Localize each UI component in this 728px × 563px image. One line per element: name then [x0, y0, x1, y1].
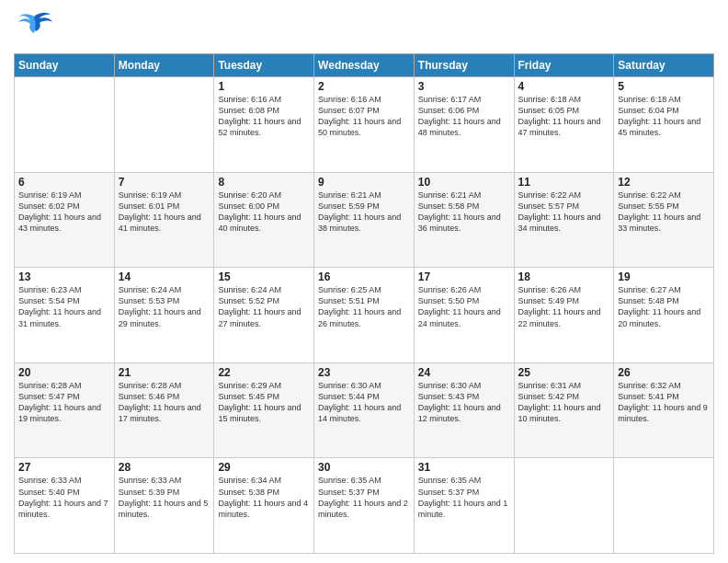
day-info: Sunrise: 6:25 AMSunset: 5:51 PMDaylight:… [318, 284, 410, 329]
day-cell-4-1: 28Sunrise: 6:33 AMSunset: 5:39 PMDayligh… [114, 458, 214, 554]
week-row-3: 13Sunrise: 6:23 AMSunset: 5:54 PMDayligh… [15, 268, 714, 363]
th-wednesday: Wednesday [314, 54, 415, 77]
th-saturday: Saturday [614, 54, 714, 77]
day-number: 1 [218, 80, 310, 93]
day-number: 8 [218, 176, 310, 189]
day-cell-3-6: 26Sunrise: 6:32 AMSunset: 5:41 PMDayligh… [614, 362, 714, 458]
day-number: 17 [418, 270, 510, 283]
day-number: 6 [18, 176, 110, 189]
day-number: 2 [318, 80, 410, 93]
day-info: Sunrise: 6:16 AMSunset: 6:07 PMDaylight:… [318, 94, 410, 139]
day-number: 3 [418, 80, 510, 93]
day-cell-3-3: 23Sunrise: 6:30 AMSunset: 5:44 PMDayligh… [314, 362, 415, 458]
day-cell-0-3: 2Sunrise: 6:16 AMSunset: 6:07 PMDaylight… [314, 77, 415, 173]
week-row-1: 1Sunrise: 6:16 AMSunset: 6:08 PMDaylight… [15, 77, 714, 173]
day-cell-3-2: 22Sunrise: 6:29 AMSunset: 5:45 PMDayligh… [214, 362, 314, 458]
day-number: 22 [218, 366, 310, 379]
day-cell-4-2: 29Sunrise: 6:34 AMSunset: 5:38 PMDayligh… [214, 458, 314, 554]
header [14, 9, 714, 46]
day-cell-1-6: 12Sunrise: 6:22 AMSunset: 5:55 PMDayligh… [614, 172, 714, 268]
day-number: 12 [618, 176, 710, 189]
day-cell-0-0 [15, 77, 115, 173]
day-number: 9 [318, 176, 410, 189]
day-number: 27 [18, 461, 110, 474]
day-number: 25 [518, 366, 610, 379]
logo [14, 9, 58, 46]
day-cell-1-5: 11Sunrise: 6:22 AMSunset: 5:57 PMDayligh… [514, 172, 614, 268]
day-number: 14 [119, 270, 210, 283]
week-row-5: 27Sunrise: 6:33 AMSunset: 5:40 PMDayligh… [15, 458, 714, 554]
th-friday: Friday [514, 54, 614, 77]
day-info: Sunrise: 6:23 AMSunset: 5:54 PMDaylight:… [18, 284, 110, 329]
general-blue-logo-icon [14, 9, 54, 46]
day-info: Sunrise: 6:18 AMSunset: 6:05 PMDaylight:… [518, 94, 610, 139]
day-info: Sunrise: 6:16 AMSunset: 6:08 PMDaylight:… [218, 94, 310, 139]
day-cell-4-6 [614, 458, 714, 554]
day-info: Sunrise: 6:26 AMSunset: 5:50 PMDaylight:… [418, 284, 510, 329]
day-number: 20 [18, 366, 110, 379]
day-cell-1-1: 7Sunrise: 6:19 AMSunset: 6:01 PMDaylight… [114, 172, 214, 268]
day-info: Sunrise: 6:30 AMSunset: 5:44 PMDaylight:… [318, 380, 410, 425]
week-row-4: 20Sunrise: 6:28 AMSunset: 5:47 PMDayligh… [15, 362, 714, 458]
day-cell-4-4: 31Sunrise: 6:35 AMSunset: 5:37 PMDayligh… [414, 458, 514, 554]
day-cell-0-1 [114, 77, 214, 173]
day-number: 18 [518, 270, 610, 283]
day-info: Sunrise: 6:27 AMSunset: 5:48 PMDaylight:… [618, 284, 710, 329]
day-info: Sunrise: 6:35 AMSunset: 5:37 PMDaylight:… [318, 475, 410, 520]
day-cell-2-1: 14Sunrise: 6:24 AMSunset: 5:53 PMDayligh… [114, 268, 214, 363]
day-number: 30 [318, 461, 410, 474]
day-info: Sunrise: 6:20 AMSunset: 6:00 PMDaylight:… [218, 190, 310, 235]
day-number: 23 [318, 366, 410, 379]
th-tuesday: Tuesday [214, 54, 314, 77]
day-info: Sunrise: 6:22 AMSunset: 5:55 PMDaylight:… [618, 190, 710, 235]
day-cell-0-2: 1Sunrise: 6:16 AMSunset: 6:08 PMDaylight… [214, 77, 314, 173]
day-cell-1-4: 10Sunrise: 6:21 AMSunset: 5:58 PMDayligh… [414, 172, 514, 268]
day-info: Sunrise: 6:30 AMSunset: 5:43 PMDaylight:… [418, 380, 510, 425]
day-info: Sunrise: 6:31 AMSunset: 5:42 PMDaylight:… [518, 380, 610, 425]
day-number: 5 [618, 80, 710, 93]
day-cell-4-3: 30Sunrise: 6:35 AMSunset: 5:37 PMDayligh… [314, 458, 415, 554]
day-number: 29 [218, 461, 310, 474]
day-info: Sunrise: 6:32 AMSunset: 5:41 PMDaylight:… [618, 380, 710, 425]
day-info: Sunrise: 6:29 AMSunset: 5:45 PMDaylight:… [218, 380, 310, 425]
day-info: Sunrise: 6:17 AMSunset: 6:06 PMDaylight:… [418, 94, 510, 139]
day-number: 24 [418, 366, 510, 379]
day-cell-0-5: 4Sunrise: 6:18 AMSunset: 6:05 PMDaylight… [514, 77, 614, 173]
day-info: Sunrise: 6:19 AMSunset: 6:02 PMDaylight:… [18, 190, 110, 235]
page: Sunday Monday Tuesday Wednesday Thursday… [0, 0, 728, 563]
day-info: Sunrise: 6:28 AMSunset: 5:46 PMDaylight:… [119, 380, 210, 425]
th-thursday: Thursday [414, 54, 514, 77]
weekday-header-row: Sunday Monday Tuesday Wednesday Thursday… [15, 54, 714, 77]
day-cell-4-0: 27Sunrise: 6:33 AMSunset: 5:40 PMDayligh… [15, 458, 115, 554]
week-row-2: 6Sunrise: 6:19 AMSunset: 6:02 PMDaylight… [15, 172, 714, 268]
day-info: Sunrise: 6:26 AMSunset: 5:49 PMDaylight:… [518, 284, 610, 329]
day-number: 7 [119, 176, 210, 189]
day-cell-0-6: 5Sunrise: 6:18 AMSunset: 6:04 PMDaylight… [614, 77, 714, 173]
day-number: 26 [618, 366, 710, 379]
day-number: 15 [218, 270, 310, 283]
day-info: Sunrise: 6:24 AMSunset: 5:52 PMDaylight:… [218, 284, 310, 329]
day-number: 11 [518, 176, 610, 189]
calendar-table: Sunday Monday Tuesday Wednesday Thursday… [14, 53, 714, 554]
day-cell-0-4: 3Sunrise: 6:17 AMSunset: 6:06 PMDaylight… [414, 77, 514, 173]
day-cell-1-2: 8Sunrise: 6:20 AMSunset: 6:00 PMDaylight… [214, 172, 314, 268]
day-cell-3-5: 25Sunrise: 6:31 AMSunset: 5:42 PMDayligh… [514, 362, 614, 458]
day-cell-1-0: 6Sunrise: 6:19 AMSunset: 6:02 PMDaylight… [15, 172, 115, 268]
day-cell-3-0: 20Sunrise: 6:28 AMSunset: 5:47 PMDayligh… [15, 362, 115, 458]
day-cell-2-2: 15Sunrise: 6:24 AMSunset: 5:52 PMDayligh… [214, 268, 314, 363]
day-info: Sunrise: 6:22 AMSunset: 5:57 PMDaylight:… [518, 190, 610, 235]
th-monday: Monday [114, 54, 214, 77]
day-number: 21 [119, 366, 210, 379]
day-cell-2-6: 19Sunrise: 6:27 AMSunset: 5:48 PMDayligh… [614, 268, 714, 363]
day-cell-2-4: 17Sunrise: 6:26 AMSunset: 5:50 PMDayligh… [414, 268, 514, 363]
day-number: 28 [119, 461, 210, 474]
day-cell-2-5: 18Sunrise: 6:26 AMSunset: 5:49 PMDayligh… [514, 268, 614, 363]
day-info: Sunrise: 6:33 AMSunset: 5:39 PMDaylight:… [119, 475, 210, 520]
day-cell-2-0: 13Sunrise: 6:23 AMSunset: 5:54 PMDayligh… [15, 268, 115, 363]
day-number: 16 [318, 270, 410, 283]
th-sunday: Sunday [15, 54, 115, 77]
day-info: Sunrise: 6:35 AMSunset: 5:37 PMDaylight:… [418, 475, 510, 520]
day-info: Sunrise: 6:24 AMSunset: 5:53 PMDaylight:… [119, 284, 210, 329]
day-number: 4 [518, 80, 610, 93]
day-info: Sunrise: 6:18 AMSunset: 6:04 PMDaylight:… [618, 94, 710, 139]
